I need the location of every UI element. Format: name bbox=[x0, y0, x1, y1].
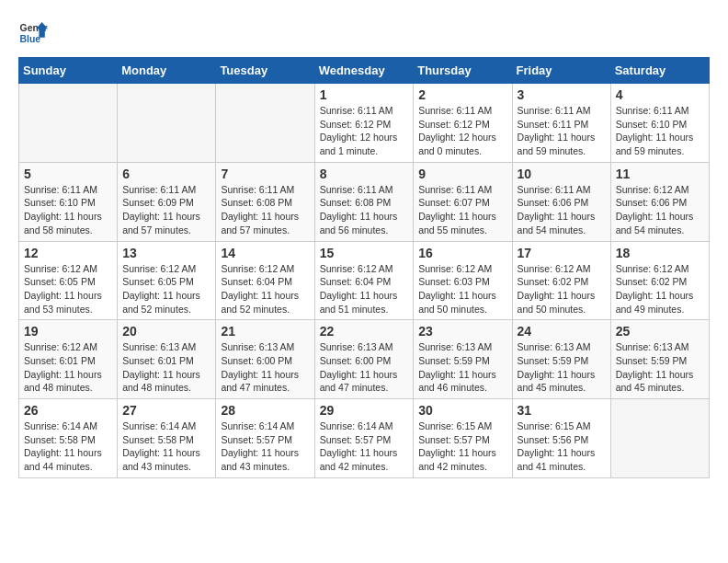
calendar-cell: 9Sunrise: 6:11 AM Sunset: 6:07 PM Daylig… bbox=[414, 162, 512, 241]
day-info: Sunrise: 6:11 AM Sunset: 6:09 PM Dayligh… bbox=[122, 183, 210, 237]
calendar-cell: 16Sunrise: 6:12 AM Sunset: 6:03 PM Dayli… bbox=[414, 241, 512, 320]
calendar-cell: 10Sunrise: 6:11 AM Sunset: 6:06 PM Dayli… bbox=[512, 162, 610, 241]
weekday-header-row: SundayMondayTuesdayWednesdayThursdayFrid… bbox=[19, 58, 710, 84]
calendar-cell: 19Sunrise: 6:12 AM Sunset: 6:01 PM Dayli… bbox=[19, 320, 118, 399]
calendar-cell: 14Sunrise: 6:12 AM Sunset: 6:04 PM Dayli… bbox=[216, 241, 314, 320]
calendar-cell bbox=[118, 84, 216, 163]
day-info: Sunrise: 6:11 AM Sunset: 6:08 PM Dayligh… bbox=[221, 183, 309, 237]
day-number: 22 bbox=[320, 324, 409, 339]
day-number: 1 bbox=[320, 87, 409, 102]
day-info: Sunrise: 6:13 AM Sunset: 5:59 PM Dayligh… bbox=[418, 340, 506, 395]
day-info: Sunrise: 6:14 AM Sunset: 5:57 PM Dayligh… bbox=[320, 419, 409, 474]
day-info: Sunrise: 6:15 AM Sunset: 5:56 PM Dayligh… bbox=[518, 419, 606, 474]
calendar-cell bbox=[19, 84, 118, 163]
day-number: 5 bbox=[24, 167, 112, 181]
calendar-cell: 22Sunrise: 6:13 AM Sunset: 6:00 PM Dayli… bbox=[314, 320, 414, 399]
day-number: 20 bbox=[122, 324, 210, 339]
calendar-cell: 27Sunrise: 6:14 AM Sunset: 5:58 PM Dayli… bbox=[118, 399, 216, 478]
day-number: 12 bbox=[24, 246, 112, 260]
day-number: 11 bbox=[616, 167, 704, 181]
day-info: Sunrise: 6:12 AM Sunset: 6:03 PM Dayligh… bbox=[418, 262, 506, 316]
calendar-cell: 2Sunrise: 6:11 AM Sunset: 6:12 PM Daylig… bbox=[414, 84, 512, 163]
day-number: 29 bbox=[320, 403, 409, 418]
day-number: 23 bbox=[418, 324, 506, 339]
calendar-cell: 13Sunrise: 6:12 AM Sunset: 6:05 PM Dayli… bbox=[118, 241, 216, 320]
day-info: Sunrise: 6:11 AM Sunset: 6:12 PM Dayligh… bbox=[320, 104, 409, 158]
calendar-cell: 26Sunrise: 6:14 AM Sunset: 5:58 PM Dayli… bbox=[19, 399, 118, 478]
weekday-header-tuesday: Tuesday bbox=[216, 58, 314, 84]
day-number: 14 bbox=[221, 246, 309, 260]
day-number: 7 bbox=[221, 167, 309, 181]
day-info: Sunrise: 6:11 AM Sunset: 6:10 PM Dayligh… bbox=[616, 104, 704, 158]
calendar-cell: 4Sunrise: 6:11 AM Sunset: 6:10 PM Daylig… bbox=[610, 84, 709, 163]
calendar-cell: 28Sunrise: 6:14 AM Sunset: 5:57 PM Dayli… bbox=[216, 399, 314, 478]
day-number: 16 bbox=[418, 246, 506, 260]
day-number: 2 bbox=[418, 87, 506, 102]
weekday-header-sunday: Sunday bbox=[19, 58, 118, 84]
day-number: 3 bbox=[518, 87, 606, 102]
day-info: Sunrise: 6:12 AM Sunset: 6:01 PM Dayligh… bbox=[24, 340, 112, 395]
calendar-cell: 1Sunrise: 6:11 AM Sunset: 6:12 PM Daylig… bbox=[314, 84, 414, 163]
calendar-cell: 17Sunrise: 6:12 AM Sunset: 6:02 PM Dayli… bbox=[512, 241, 610, 320]
day-number: 28 bbox=[221, 403, 309, 418]
calendar-cell: 15Sunrise: 6:12 AM Sunset: 6:04 PM Dayli… bbox=[314, 241, 414, 320]
day-info: Sunrise: 6:12 AM Sunset: 6:04 PM Dayligh… bbox=[320, 262, 409, 316]
day-info: Sunrise: 6:12 AM Sunset: 6:02 PM Dayligh… bbox=[616, 262, 704, 316]
calendar-cell: 5Sunrise: 6:11 AM Sunset: 6:10 PM Daylig… bbox=[19, 162, 118, 241]
day-info: Sunrise: 6:14 AM Sunset: 5:58 PM Dayligh… bbox=[24, 419, 112, 474]
day-info: Sunrise: 6:13 AM Sunset: 6:00 PM Dayligh… bbox=[320, 340, 409, 395]
day-info: Sunrise: 6:12 AM Sunset: 6:05 PM Dayligh… bbox=[24, 262, 112, 316]
day-number: 24 bbox=[518, 324, 606, 339]
week-row-3: 12Sunrise: 6:12 AM Sunset: 6:05 PM Dayli… bbox=[19, 241, 710, 320]
day-number: 4 bbox=[616, 87, 704, 102]
day-number: 13 bbox=[122, 246, 210, 260]
day-number: 9 bbox=[418, 167, 506, 181]
calendar-cell bbox=[610, 399, 709, 478]
calendar-cell: 20Sunrise: 6:13 AM Sunset: 6:01 PM Dayli… bbox=[118, 320, 216, 399]
weekday-header-thursday: Thursday bbox=[414, 58, 512, 84]
week-row-1: 1Sunrise: 6:11 AM Sunset: 6:12 PM Daylig… bbox=[19, 84, 710, 163]
calendar-cell: 21Sunrise: 6:13 AM Sunset: 6:00 PM Dayli… bbox=[216, 320, 314, 399]
day-info: Sunrise: 6:13 AM Sunset: 5:59 PM Dayligh… bbox=[616, 340, 704, 395]
day-number: 15 bbox=[320, 246, 409, 260]
day-info: Sunrise: 6:11 AM Sunset: 6:08 PM Dayligh… bbox=[320, 183, 409, 237]
week-row-4: 19Sunrise: 6:12 AM Sunset: 6:01 PM Dayli… bbox=[19, 320, 710, 399]
calendar-cell: 3Sunrise: 6:11 AM Sunset: 6:11 PM Daylig… bbox=[512, 84, 610, 163]
day-number: 27 bbox=[122, 403, 210, 418]
day-info: Sunrise: 6:15 AM Sunset: 5:57 PM Dayligh… bbox=[418, 419, 506, 474]
day-info: Sunrise: 6:11 AM Sunset: 6:07 PM Dayligh… bbox=[418, 183, 506, 237]
day-info: Sunrise: 6:12 AM Sunset: 6:04 PM Dayligh… bbox=[221, 262, 309, 316]
day-info: Sunrise: 6:14 AM Sunset: 5:57 PM Dayligh… bbox=[221, 419, 309, 474]
weekday-header-wednesday: Wednesday bbox=[314, 58, 414, 84]
logo: General Blue bbox=[18, 18, 53, 48]
day-number: 6 bbox=[122, 167, 210, 181]
day-number: 30 bbox=[418, 403, 506, 418]
logo-icon: General Blue bbox=[18, 18, 48, 48]
day-number: 10 bbox=[518, 167, 606, 181]
svg-text:Blue: Blue bbox=[20, 34, 41, 44]
calendar-cell: 7Sunrise: 6:11 AM Sunset: 6:08 PM Daylig… bbox=[216, 162, 314, 241]
calendar-cell: 31Sunrise: 6:15 AM Sunset: 5:56 PM Dayli… bbox=[512, 399, 610, 478]
day-info: Sunrise: 6:13 AM Sunset: 6:01 PM Dayligh… bbox=[122, 340, 210, 395]
day-info: Sunrise: 6:13 AM Sunset: 5:59 PM Dayligh… bbox=[518, 340, 606, 395]
day-info: Sunrise: 6:11 AM Sunset: 6:06 PM Dayligh… bbox=[518, 183, 606, 237]
header: General Blue bbox=[18, 18, 710, 48]
calendar-cell: 29Sunrise: 6:14 AM Sunset: 5:57 PM Dayli… bbox=[314, 399, 414, 478]
day-number: 21 bbox=[221, 324, 309, 339]
calendar-cell: 18Sunrise: 6:12 AM Sunset: 6:02 PM Dayli… bbox=[610, 241, 709, 320]
weekday-header-monday: Monday bbox=[118, 58, 216, 84]
calendar-cell: 8Sunrise: 6:11 AM Sunset: 6:08 PM Daylig… bbox=[314, 162, 414, 241]
week-row-2: 5Sunrise: 6:11 AM Sunset: 6:10 PM Daylig… bbox=[19, 162, 710, 241]
day-number: 26 bbox=[24, 403, 112, 418]
calendar: SundayMondayTuesdayWednesdayThursdayFrid… bbox=[18, 57, 710, 478]
day-info: Sunrise: 6:12 AM Sunset: 6:06 PM Dayligh… bbox=[616, 183, 704, 237]
day-info: Sunrise: 6:12 AM Sunset: 6:02 PM Dayligh… bbox=[518, 262, 606, 316]
week-row-5: 26Sunrise: 6:14 AM Sunset: 5:58 PM Dayli… bbox=[19, 399, 710, 478]
day-number: 8 bbox=[320, 167, 409, 181]
day-number: 18 bbox=[616, 246, 704, 260]
calendar-cell: 24Sunrise: 6:13 AM Sunset: 5:59 PM Dayli… bbox=[512, 320, 610, 399]
day-info: Sunrise: 6:13 AM Sunset: 6:00 PM Dayligh… bbox=[221, 340, 309, 395]
day-number: 17 bbox=[518, 246, 606, 260]
day-info: Sunrise: 6:11 AM Sunset: 6:12 PM Dayligh… bbox=[418, 104, 506, 158]
day-info: Sunrise: 6:14 AM Sunset: 5:58 PM Dayligh… bbox=[122, 419, 210, 474]
